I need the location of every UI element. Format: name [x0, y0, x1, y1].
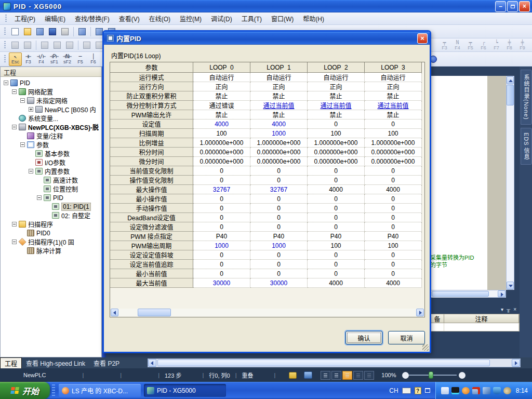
ladder-tool-Esc[interactable]: ↖Esc [9, 52, 22, 66]
value-cell[interactable]: 4000 [308, 278, 365, 288]
value-cell[interactable]: 0 [250, 269, 308, 278]
param-label-cell[interactable]: 设定当前值追踪 [110, 260, 193, 269]
param-label-cell[interactable]: 比例增益 [110, 138, 193, 148]
view-toggle-4[interactable] [353, 371, 363, 380]
value-cell[interactable]: 禁止 [365, 91, 422, 101]
tree-item[interactable]: 脉冲计算 [1, 246, 101, 255]
loop-column-header[interactable]: LOOP 0 [193, 62, 250, 73]
value-cell[interactable]: P40 [193, 232, 250, 241]
param-label-cell[interactable]: 扫描周期 [110, 129, 193, 138]
value-cell[interactable]: 1000 [250, 241, 308, 250]
value-cell[interactable]: 自动运行 [365, 73, 422, 82]
toolbar-grip[interactable] [5, 15, 7, 23]
collapse-icon[interactable] [20, 98, 25, 103]
value-cell[interactable]: 0 [193, 260, 250, 269]
value-cell[interactable]: 30000 [250, 278, 308, 288]
value-cell[interactable]: 0 [365, 222, 422, 232]
cancel-button[interactable]: 取消 [388, 331, 425, 344]
network-icon[interactable] [483, 387, 490, 394]
taskbar-task-1[interactable]: LS 产电 的 XBC-D... [59, 384, 141, 397]
value-cell[interactable]: 0 [193, 213, 250, 222]
loop-column-header[interactable]: LOOP 2 [308, 62, 365, 73]
view-toggle-3[interactable] [342, 371, 352, 380]
ladder-tool-right-F7[interactable]: ┕F7 [490, 38, 503, 52]
main-hscrollbar[interactable] [148, 358, 521, 367]
value-cell[interactable]: 0 [193, 176, 250, 185]
panel-dropdown-icon[interactable]: ▾ [501, 307, 503, 312]
param-label-cell[interactable]: 设定微分滤波值 [110, 222, 193, 232]
param-label-cell[interactable]: PWM 接点指定 [110, 232, 193, 241]
value-cell[interactable]: 0 [250, 250, 308, 260]
keyboard-icon[interactable] [402, 388, 411, 394]
scroll-left-button[interactable] [148, 359, 156, 367]
zoom-in-button[interactable] [459, 372, 466, 379]
value-cell[interactable]: 0.000000e+000 [308, 157, 365, 166]
change-window-icon[interactable] [9, 39, 21, 51]
value-cell[interactable]: 0 [308, 119, 365, 129]
ladder-tool-right-F6[interactable]: ┌F6 [477, 38, 490, 52]
value-cell[interactable]: 0 [308, 176, 365, 185]
loop-column-header[interactable]: LOOP 1 [250, 62, 308, 73]
ladder-tool-sF1[interactable]: ⊣P⊢sF1 [48, 52, 61, 66]
scroll-up-button[interactable] [507, 76, 514, 84]
value-cell[interactable]: 0 [250, 204, 308, 213]
scroll-down-button[interactable] [507, 282, 514, 289]
param-label-cell[interactable]: 微分控制计算方式 [110, 101, 193, 110]
collapse-icon[interactable] [12, 222, 17, 227]
ladder-tool-F4[interactable]: ⊣/⊢F4 [35, 52, 48, 66]
value-cell[interactable]: 禁止 [308, 91, 365, 101]
value-cell[interactable]: 0 [365, 166, 422, 176]
tree-item[interactable]: PID0 [1, 229, 101, 237]
collapse-icon[interactable] [12, 125, 17, 129]
tree-item[interactable]: 扫描程序(1)(0 固 [1, 237, 101, 246]
value-cell[interactable]: 100 [308, 129, 365, 138]
volume-icon[interactable] [503, 387, 511, 394]
monitor-read-icon[interactable] [81, 39, 92, 51]
restore-button[interactable] [507, 1, 518, 12]
param-label-cell[interactable]: 设定设定值斜坡 [110, 250, 193, 260]
view-toggle-1[interactable] [321, 371, 330, 380]
tree-item[interactable]: 变量/注释 [1, 131, 101, 140]
value-cell[interactable]: 禁止 [193, 91, 250, 101]
collapse-icon[interactable] [20, 142, 25, 147]
value-cell[interactable]: 0 [308, 260, 365, 269]
wifi-icon[interactable] [451, 387, 459, 394]
tree-item[interactable]: 基本参数 [1, 149, 101, 158]
ladder-tool-sF2[interactable]: ⊣N⊢sF2 [61, 52, 74, 66]
bottom-tab-3[interactable]: 查看 P2P [89, 357, 124, 369]
dialog-close-button[interactable]: × [417, 33, 428, 44]
value-cell[interactable]: 1000 [193, 241, 250, 250]
new-file-icon[interactable] [9, 26, 21, 37]
open-project-icon[interactable] [22, 26, 33, 37]
value-cell[interactable]: 1.000000e+000 [308, 138, 365, 148]
value-cell[interactable]: 0 [193, 166, 250, 176]
value-cell[interactable]: 0.000000e+000 [193, 148, 250, 157]
start-button[interactable]: 开始 [0, 382, 50, 399]
tree-item[interactable]: I/O参数 [1, 158, 101, 167]
value-cell[interactable]: 0 [308, 269, 365, 278]
value-cell[interactable]: 4000 [193, 119, 250, 129]
loop-column-header[interactable]: LOOP 3 [365, 62, 422, 73]
ladder-tool-right-F4[interactable]: NF4 [451, 38, 464, 52]
toolbar-grip[interactable] [4, 28, 6, 36]
value-cell[interactable]: 100 [365, 129, 422, 138]
value-cell[interactable]: 0 [193, 222, 250, 232]
value-cell[interactable]: P40 [365, 232, 422, 241]
value-cell[interactable]: 0 [308, 222, 365, 232]
ok-button[interactable]: 确认 [345, 331, 382, 344]
device-row[interactable] [430, 323, 520, 331]
param-label-cell[interactable]: 手动操作值 [110, 204, 193, 213]
menu-item-2[interactable]: 编辑(E) [40, 12, 70, 24]
editor-hscrollbar[interactable] [430, 290, 506, 298]
value-cell[interactable]: 自动运行 [193, 73, 250, 82]
tree-item[interactable]: PID [1, 193, 101, 202]
value-cell[interactable]: 正向 [193, 82, 250, 91]
comment-column-header[interactable]: 注释 [444, 314, 519, 323]
update-arrow-icon[interactable] [462, 387, 470, 394]
param-label-cell[interactable]: PWM输出允许 [110, 110, 193, 119]
param-label-cell[interactable]: 操作值变化限制 [110, 176, 193, 185]
zoom-out-button[interactable] [402, 372, 409, 379]
value-cell[interactable]: 4000 [308, 185, 365, 194]
ladder-tool-F6[interactable]: │F6 [87, 52, 100, 66]
menu-item-8[interactable]: 工具(T) [237, 12, 267, 24]
